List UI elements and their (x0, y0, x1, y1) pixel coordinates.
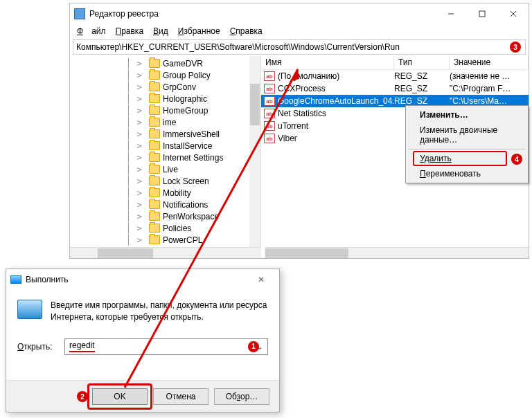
context-menu: Изменить… Изменить двоичные данные… Удал… (405, 105, 529, 183)
value-name: (По умолчанию) (278, 71, 394, 81)
tree-item[interactable]: │ > Policies (74, 222, 260, 234)
ctx-delete[interactable]: Удалить 4 (407, 151, 526, 166)
tree-item[interactable]: │ > Holographic (74, 93, 260, 104)
list-header: Имя Тип Значение (261, 56, 529, 70)
ctx-modify[interactable]: Изменить… (407, 107, 526, 122)
tree-item[interactable]: │ > Notifications (74, 199, 260, 210)
menu-fav[interactable]: Избранное (174, 25, 224, 37)
list-scrollbar-h[interactable] (265, 247, 529, 258)
maximize-button[interactable] (466, 3, 497, 24)
value-type: REG_SZ (394, 84, 450, 93)
menu-view[interactable]: Вид (149, 25, 172, 37)
tree-item-label: Mobility (163, 188, 191, 198)
tree-item[interactable]: │ > ImmersiveShell (74, 128, 260, 140)
address-text: Компьютер\HKEY_CURRENT_USER\Software\Mic… (76, 42, 400, 52)
tree-item[interactable]: │ > Live (74, 163, 260, 175)
value-data: (значение не … (450, 71, 529, 81)
tree-item[interactable]: │ > InstallService (74, 140, 260, 152)
tree-item[interactable]: │ > GameDVR (74, 57, 260, 69)
ctx-separator (408, 149, 526, 149)
tree-item-label: PenWorkspace (163, 212, 219, 221)
tree-pane[interactable]: │ > GameDVR│ > Group Policy│ > GrpConv│ … (70, 56, 261, 258)
run-open-label: Открыть: (17, 342, 59, 352)
menu-file[interactable]: Файл (73, 25, 110, 37)
tree-scrollbar-v[interactable] (249, 56, 260, 247)
tree-scrollbar-h[interactable] (70, 247, 261, 258)
value-name: GoogleChromeAutoLaunch_04… (278, 96, 394, 106)
window-title: Редактор реестра (89, 9, 435, 19)
browse-button[interactable]: Обзор… (214, 388, 269, 405)
tree-item-label: Policies (163, 224, 191, 233)
tree-item[interactable]: │ > PowerCPL (74, 234, 260, 246)
tree-item-label: GameDVR (163, 59, 203, 69)
minimize-button[interactable] (435, 3, 466, 24)
folder-icon (149, 129, 160, 138)
annotation-badge-2: 2 (77, 391, 88, 402)
ctx-modify-binary[interactable]: Изменить двоичные данные… (407, 122, 526, 147)
ctx-rename[interactable]: Переименовать (407, 166, 526, 181)
run-button-row: OK Отмена Обзор… (6, 380, 279, 412)
address-bar[interactable]: Компьютер\HKEY_CURRENT_USER\Software\Mic… (73, 39, 526, 55)
list-row[interactable]: ab(По умолчанию)REG_SZ(значение не … (261, 70, 529, 82)
tree-item-label: ime (163, 118, 176, 127)
string-value-icon: ab (264, 71, 275, 81)
tree-item-label: GrpConv (163, 82, 196, 92)
tree-item[interactable]: │ > Lock Screen (74, 175, 260, 187)
value-data: "C:\Program F… (450, 84, 529, 93)
menu-help[interactable]: Справка (226, 25, 267, 37)
tree-item-label: Live (163, 165, 178, 174)
run-dialog: Выполнить ✕ Введите имя программы, папки… (6, 269, 280, 412)
close-button[interactable] (497, 3, 529, 24)
run-close-button[interactable]: ✕ (247, 275, 275, 284)
run-input[interactable]: regedit ⌄ 1 (64, 338, 268, 355)
col-value[interactable]: Значение (450, 56, 529, 69)
folder-icon (149, 118, 160, 127)
tree-item-label: ImmersiveShell (163, 129, 220, 139)
tree-item[interactable]: │ > ime (74, 116, 260, 128)
tree-item[interactable]: │ > PenWorkspace (74, 210, 260, 222)
folder-icon (149, 200, 160, 209)
folder-icon (149, 141, 160, 150)
string-value-icon: ab (264, 134, 275, 143)
annotation-highlight-box (413, 151, 507, 166)
tree-item[interactable]: │ > HomeGroup (74, 104, 260, 116)
folder-icon (149, 82, 160, 91)
folder-icon (149, 224, 160, 233)
tree-item[interactable]: │ > Mobility (74, 187, 260, 199)
value-name: CCXProcess (278, 84, 394, 93)
run-input-value: regedit (69, 340, 95, 352)
value-name: uTorrent (278, 121, 394, 131)
menu-edit[interactable]: Правка (112, 25, 148, 37)
run-prompt-icon (17, 300, 42, 319)
run-title: Выполнить (26, 275, 69, 284)
value-data: "C:\Users\Ma… (450, 96, 529, 106)
run-prompt-text: Введите имя программы, папки, документа … (51, 300, 268, 323)
tree-item-label: Holographic (163, 94, 207, 104)
folder-icon (149, 59, 160, 68)
col-name[interactable]: Имя (261, 56, 394, 69)
string-value-icon: ab (264, 121, 275, 131)
tree-item[interactable]: │ > GrpConv (74, 81, 260, 93)
list-row[interactable]: abCCXProcessREG_SZ"C:\Program F… (261, 82, 529, 95)
string-value-icon: ab (264, 84, 275, 93)
annotation-badge-4: 4 (511, 154, 522, 165)
tree-item-label: HomeGroup (163, 106, 208, 116)
folder-icon (149, 235, 160, 244)
tree-item-label: Internet Settings (163, 153, 223, 163)
regedit-icon (74, 8, 85, 19)
tree-item[interactable]: │ > Internet Settings (74, 152, 260, 163)
value-name: Viber (278, 134, 394, 143)
titlebar[interactable]: Редактор реестра (70, 3, 529, 24)
value-type: REG_SZ (394, 96, 450, 106)
run-titlebar[interactable]: Выполнить ✕ (6, 269, 279, 290)
string-value-icon: ab (264, 96, 275, 106)
tree-item[interactable]: │ > Group Policy (74, 69, 260, 81)
cancel-button[interactable]: Отмена (153, 388, 209, 405)
run-icon (10, 275, 21, 284)
folder-icon (149, 106, 160, 115)
folder-icon (149, 176, 160, 185)
folder-icon (149, 212, 160, 221)
col-type[interactable]: Тип (394, 56, 450, 69)
tree-item-label: InstallService (163, 141, 212, 151)
ok-button[interactable]: OK (92, 388, 148, 405)
